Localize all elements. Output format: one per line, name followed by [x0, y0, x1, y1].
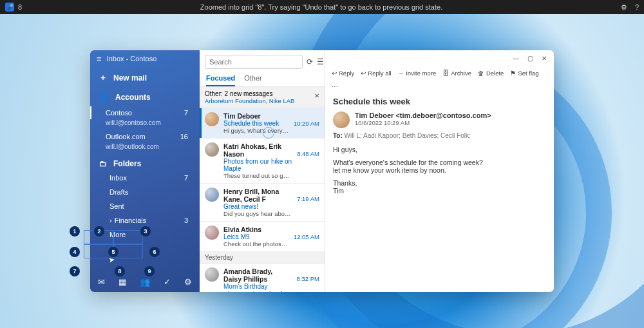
close-button[interactable]: ✕ [538, 52, 550, 64]
folder-inbox[interactable]: Inbox7 [90, 171, 200, 185]
voice-grid-overlay: 1 2 3 4 5 6 7 8 9 [70, 229, 158, 275]
people-icon[interactable]: 👥 [140, 277, 150, 287]
email-body: Hi guys, What's everyone's schedule for … [333, 146, 546, 195]
settings-gear-icon[interactable]: ⚙ [184, 277, 192, 287]
tab-focused[interactable]: Focused [206, 74, 235, 86]
grid-number[interactable]: 2 [94, 226, 104, 236]
reading-pane: — ▢ ✕ ↩ Reply ↩ Reply all → Invite more … [325, 50, 554, 292]
grid-number[interactable]: 8 [115, 266, 125, 276]
plus-icon: ＋ [99, 72, 107, 83]
voice-focus-ring [263, 127, 274, 139]
mail-window: ≡ Inbox - Contoso ＋ New mail 👤 Accounts … [90, 50, 554, 292]
account-contoso[interactable]: Contoso 7 [90, 106, 200, 119]
folder-sent[interactable]: Sent [90, 199, 200, 213]
help-icon[interactable]: ? [635, 3, 639, 11]
delete-button[interactable]: 🗑 Delete [478, 70, 504, 77]
invite-more-button[interactable]: → Invite more [398, 70, 437, 77]
message-list-pane: ⟳ ☰ Focused Other Other: 2 new messages … [200, 50, 325, 292]
grid-number[interactable]: 4 [70, 247, 80, 257]
accounts-header[interactable]: 👤 Accounts [90, 88, 200, 106]
window-title: Inbox - Contoso [107, 55, 157, 63]
folder-icon: 🗀 [99, 159, 107, 168]
set-flag-button[interactable]: ⚑ Set flag [510, 70, 538, 77]
message-item[interactable]: Elvia AtkinsLeica M9Check out the photos… [200, 222, 325, 252]
avatar [205, 267, 219, 282]
sync-icon[interactable]: ⟳ [307, 57, 313, 66]
other-banner[interactable]: Other: 2 new messages Arboretum Foundati… [200, 87, 325, 108]
todo-icon[interactable]: ✓ [164, 277, 171, 287]
avatar [205, 142, 219, 157]
sender-name: Tim Deboer <tim.deboer@contoso.com> [355, 111, 491, 119]
message-item[interactable]: Katri Ahokas, Erik NasonPhotos from our … [200, 139, 325, 184]
archive-button[interactable]: 🗄 Archive [442, 70, 471, 77]
message-item[interactable]: Henry Brill, Mona Kane, Cecil FGreat new… [200, 184, 325, 222]
person-icon: 👤 [99, 93, 109, 102]
avatar [205, 112, 219, 126]
mic-icon[interactable]: 🎤 [5, 3, 14, 12]
avatar [205, 226, 219, 240]
chevron-right-icon: › [109, 217, 112, 224]
sent-date: 10/6/2022 10:29 AM [355, 119, 491, 126]
reply-all-button[interactable]: ↩ Reply all [361, 70, 391, 77]
hamburger-icon[interactable]: ≡ [97, 54, 102, 64]
maximize-button[interactable]: ▢ [524, 52, 536, 64]
grid-number[interactable]: 7 [70, 266, 80, 276]
folder-drafts[interactable]: Drafts [90, 185, 200, 199]
account-contoso-email: will.l@contoso.com [90, 119, 200, 130]
date-separator: Yesterday [200, 252, 325, 264]
folders-header[interactable]: 🗀 Folders [90, 154, 200, 171]
folder-financials[interactable]: ›Financials3 [90, 213, 200, 227]
to-line: To: Will L; Aadi Kapoor; Beth Davies; Ce… [333, 132, 546, 139]
account-outlook-email: will.l@outlook.com [90, 143, 200, 154]
calendar-icon[interactable]: ▦ [118, 277, 126, 287]
settings-icon[interactable]: ⚙ [621, 3, 627, 12]
account-outlook[interactable]: Outlook.com 16 [90, 130, 200, 143]
avatar [205, 188, 219, 202]
message-item[interactable]: Amanda Brady, Daisy PhillipsMom's Birthd… [200, 264, 325, 292]
minimize-button[interactable]: — [510, 52, 522, 64]
message-item[interactable]: Tim Deboer Schedule this week Hi guys, W… [200, 108, 325, 139]
email-subject: Schedule this week [333, 97, 546, 106]
more-actions-button[interactable]: ⋯ [332, 83, 338, 90]
reply-button[interactable]: ↩ Reply [332, 70, 354, 77]
grid-number[interactable]: 3 [140, 226, 151, 236]
voice-hint: Zoomed into grid "8". Try saying "Undo t… [22, 3, 621, 11]
search-input[interactable] [205, 55, 303, 69]
tab-other[interactable]: Other [244, 74, 262, 86]
grid-number[interactable]: 9 [144, 266, 155, 276]
select-mode-icon[interactable]: ☰ [317, 57, 324, 66]
grid-number[interactable]: 1 [70, 226, 80, 236]
voice-access-bar: 🎤 8 Zoomed into grid "8". Try saying "Un… [0, 0, 644, 14]
new-mail-button[interactable]: ＋ New mail [90, 67, 200, 88]
avatar [333, 111, 350, 128]
grid-number[interactable]: 6 [149, 247, 160, 257]
mail-icon[interactable]: ✉ [98, 277, 105, 287]
close-icon[interactable]: ✕ [314, 92, 319, 99]
